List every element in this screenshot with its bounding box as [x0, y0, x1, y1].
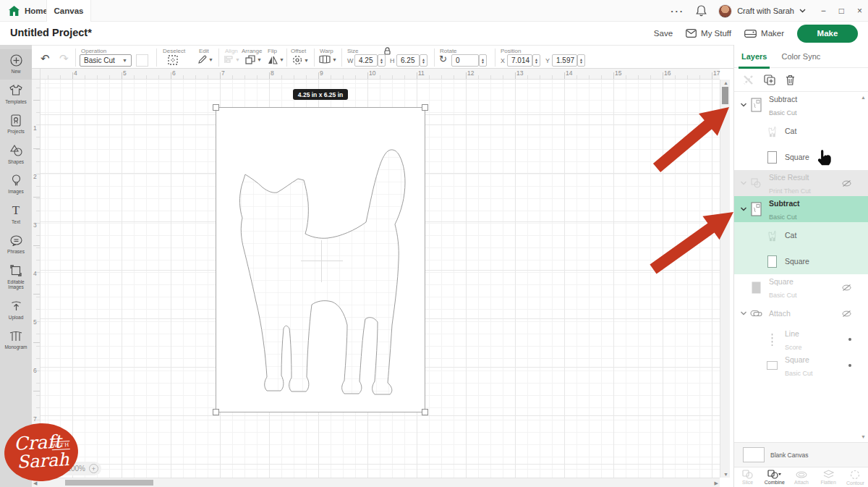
- layer-row-line-score[interactable]: LineScore: [734, 326, 868, 352]
- sidebar-item-text[interactable]: T Text: [0, 200, 32, 230]
- selection-handle-top-left[interactable]: [213, 104, 219, 111]
- width-stepper[interactable]: ▲▼: [378, 54, 386, 67]
- layer-row-cat-1[interactable]: Cat: [734, 118, 868, 144]
- sidebar-item-monogram[interactable]: Monogram: [0, 325, 32, 355]
- x-position-stepper[interactable]: ▲▼: [532, 54, 540, 67]
- warp-button[interactable]: ▼: [319, 55, 337, 64]
- rotate-input[interactable]: 0: [451, 54, 479, 67]
- y-position-input[interactable]: 1.597: [552, 54, 577, 67]
- design-canvas[interactable]: 4.25 in x 6.25 in: [41, 80, 720, 478]
- home-button[interactable]: Home: [9, 0, 48, 22]
- rotate-stepper[interactable]: ▲▼: [479, 54, 487, 67]
- account-menu[interactable]: Craft with Sarah: [718, 4, 806, 18]
- slice-button[interactable]: Slice: [734, 467, 761, 487]
- size-lock-icon[interactable]: [383, 47, 391, 55]
- scroll-left-icon[interactable]: ◀: [33, 480, 37, 486]
- layer-color-dot[interactable]: [848, 338, 851, 341]
- layer-row-square-1[interactable]: Square: [734, 144, 868, 170]
- chevron-down-icon[interactable]: [739, 207, 749, 211]
- tab-color-sync[interactable]: Color Sync: [774, 45, 827, 68]
- sidebar-item-phrases[interactable]: Phrases: [0, 229, 32, 260]
- sidebar-item-editable-images[interactable]: Editable Images: [0, 260, 32, 295]
- chevron-down-icon[interactable]: [739, 311, 749, 316]
- chevron-down-icon[interactable]: [739, 181, 749, 185]
- layer-color-dot[interactable]: [848, 364, 851, 367]
- combine-button[interactable]: Combine: [761, 467, 788, 487]
- window-minimize-button[interactable]: −: [821, 6, 826, 16]
- operation-select[interactable]: Basic Cut▼: [80, 54, 132, 67]
- text-t-icon: T: [9, 204, 22, 217]
- shapes-icon: [9, 144, 22, 157]
- scroll-right-icon[interactable]: ▶: [715, 480, 718, 486]
- tab-layers[interactable]: Layers: [734, 45, 774, 68]
- more-menu-icon[interactable]: ···: [671, 6, 684, 17]
- redo-button[interactable]: ↷: [59, 52, 69, 65]
- visibility-off-icon[interactable]: [842, 310, 851, 318]
- contour-button[interactable]: Contour: [842, 467, 868, 487]
- edit-button[interactable]: ▼: [197, 55, 213, 64]
- visibility-off-icon[interactable]: [842, 284, 851, 292]
- layer-row-attach-group[interactable]: Attach: [734, 300, 868, 326]
- chevron-down-icon[interactable]: [739, 103, 749, 107]
- notifications-bell-icon[interactable]: [696, 5, 707, 17]
- layer-row-square-2[interactable]: Square: [734, 248, 868, 274]
- blank-canvas-row[interactable]: Blank Canvas: [734, 442, 868, 467]
- window-close-button[interactable]: ×: [857, 6, 862, 16]
- warp-label: Warp: [320, 48, 333, 54]
- delete-trash-icon[interactable]: [786, 75, 795, 85]
- ruler-number: 17: [713, 69, 720, 77]
- save-button[interactable]: Save: [654, 29, 673, 38]
- layer-row-slice-result[interactable]: Slice ResultPrint Then Cut: [734, 170, 868, 196]
- visibility-off-icon[interactable]: [842, 179, 851, 187]
- horizontal-scroll-thumb[interactable]: [65, 480, 153, 486]
- sidebar-item-projects[interactable]: Projects: [0, 109, 32, 140]
- sidebar-item-images[interactable]: Images: [0, 169, 32, 200]
- flatten-button[interactable]: Flatten: [815, 467, 842, 487]
- layer-list-scroll-down-icon[interactable]: ▼: [861, 434, 866, 439]
- window-maximize-button[interactable]: □: [839, 6, 844, 16]
- selection-handle-bottom-right[interactable]: [422, 409, 428, 415]
- ungroup-icon[interactable]: [743, 75, 754, 85]
- layer-row-subtract-2-selected[interactable]: SubtractBasic Cut: [734, 196, 868, 222]
- canvas-horizontal-scrollbar[interactable]: ◀ ▶: [32, 478, 720, 487]
- layer-operation: Basic Cut: [769, 213, 797, 221]
- sidebar-item-upload[interactable]: Upload: [0, 295, 32, 326]
- sidebar-item-templates[interactable]: Templates: [0, 80, 32, 110]
- canvas-vertical-scrollbar[interactable]: ▲ ▼: [720, 80, 730, 478]
- sidebar-item-shapes[interactable]: Shapes: [0, 140, 32, 170]
- scroll-down-icon[interactable]: ▼: [723, 472, 728, 477]
- attach-button[interactable]: Attach: [788, 467, 814, 487]
- layer-name: Line: [785, 329, 799, 338]
- rotate-icon[interactable]: ↻: [439, 54, 447, 64]
- tab-canvas[interactable]: Canvas: [46, 0, 91, 22]
- vertical-scroll-thumb[interactable]: [722, 87, 728, 104]
- selection-handle-top-right[interactable]: [422, 104, 428, 111]
- x-position-input[interactable]: 7.014: [507, 54, 532, 67]
- color-swatch[interactable]: [136, 54, 148, 67]
- offset-button[interactable]: ▼: [292, 55, 309, 65]
- align-button[interactable]: ▼: [224, 55, 240, 64]
- scroll-up-icon[interactable]: ▲: [723, 80, 728, 85]
- layer-row-subtract-1[interactable]: SubtractBasic Cut: [734, 92, 868, 118]
- height-stepper[interactable]: ▲▼: [420, 54, 427, 67]
- sidebar-item-new[interactable]: New: [0, 49, 32, 80]
- layer-row-square-hidden[interactable]: SquareBasic Cut: [734, 274, 868, 300]
- deselect-button[interactable]: [168, 55, 178, 65]
- layer-row-cat-2[interactable]: Cat: [734, 222, 868, 248]
- height-input[interactable]: 6.25: [396, 54, 420, 67]
- y-position-stepper[interactable]: ▲▼: [577, 54, 585, 67]
- ruler-corner: [32, 69, 41, 80]
- arrange-button[interactable]: ▼: [245, 55, 262, 64]
- zoom-in-button[interactable]: +: [89, 464, 98, 473]
- undo-button[interactable]: ↶: [41, 52, 50, 65]
- duplicate-icon[interactable]: [764, 75, 775, 85]
- sidebar-label: Phrases: [7, 249, 25, 255]
- layer-row-square-attached[interactable]: SquareBasic Cut: [734, 352, 868, 378]
- selection-handle-bottom-left[interactable]: [213, 409, 219, 415]
- make-button[interactable]: Make: [797, 25, 858, 43]
- maker-machine-button[interactable]: Maker: [744, 29, 784, 38]
- my-stuff-button[interactable]: My Stuff: [686, 29, 731, 38]
- width-input[interactable]: 4.25: [354, 54, 378, 67]
- flip-button[interactable]: ▼: [268, 55, 284, 64]
- selected-object-bounding-box[interactable]: [216, 107, 425, 412]
